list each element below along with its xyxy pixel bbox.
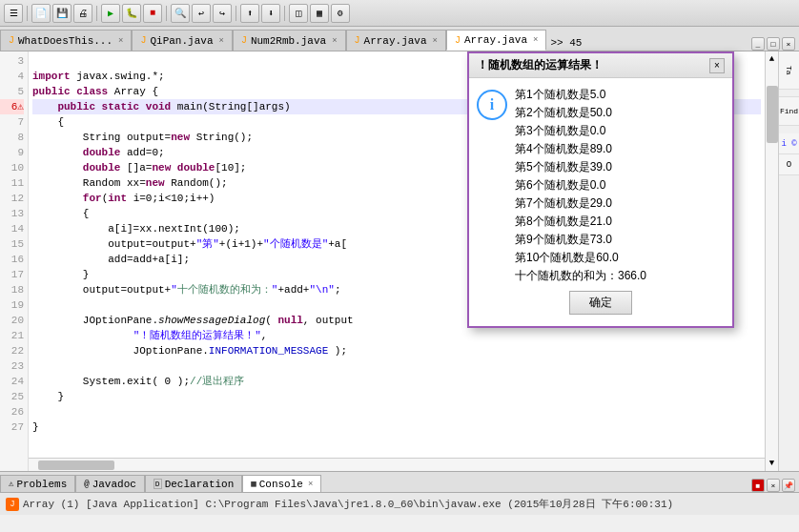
toolbar-back-btn[interactable]: ↩ [192, 4, 211, 23]
line-num-8: 8 [0, 130, 24, 145]
editor-close-btn[interactable]: × [782, 37, 795, 51]
line-num-17: 17 [0, 267, 24, 282]
tab-icon-array1: J [355, 35, 360, 46]
line-num-27: 27 [0, 419, 24, 435]
editor-maximize-btn[interactable]: □ [767, 37, 780, 51]
tab-qipan[interactable]: J QiPan.java × [132, 30, 232, 51]
result-9: 第9个随机数是73.0 [515, 231, 646, 248]
toolbar-save-btn[interactable]: 💾 [52, 4, 72, 23]
line-num-24: 24 [0, 374, 24, 389]
result-10: 第10个随机数是60.0 [515, 249, 646, 266]
line-num-20: 20 [0, 313, 24, 328]
line-num-11: 11 [0, 175, 24, 191]
result-4: 第4个随机数是89.0 [515, 140, 646, 157]
right-panel-outline-btn[interactable]: Ta [779, 51, 799, 90]
right-panel-info-btn[interactable]: i © [779, 133, 799, 154]
tab-console-close[interactable]: × [308, 480, 313, 489]
tab-console[interactable]: ▦ Console × [242, 475, 321, 492]
hscroll-thumb[interactable] [38, 460, 114, 470]
toolbar-new-btn[interactable]: 📄 [31, 4, 51, 23]
dialog-title: ！随机数组的运算结果！ [477, 57, 603, 73]
dialog-close-button[interactable]: × [709, 58, 725, 73]
dialog-button-row: 确定 [477, 285, 725, 318]
tab-label-qipan: QiPan.java [150, 35, 213, 47]
console-stop-btn[interactable]: ■ [751, 479, 765, 492]
code-line-27: } [32, 419, 761, 435]
tab-num2rmb[interactable]: J Num2Rmb.java × [233, 30, 346, 51]
tab-icon-whatdoesthis: J [9, 35, 14, 46]
line-num-5: 5 [0, 84, 24, 99]
problems-icon: ⚠ [9, 479, 13, 489]
toolbar-print-btn[interactable]: 🖨 [73, 4, 92, 23]
line-num-15: 15 [0, 236, 24, 252]
line-num-12: 12 [0, 191, 24, 206]
console-clear-btn[interactable]: × [767, 479, 780, 492]
code-line-22: JOptionPane.INFORMATION_MESSAGE ); [32, 343, 761, 358]
line-num-18: 18 [0, 282, 24, 297]
tab-whatdoesthis[interactable]: J WhatDoesThis... × [0, 30, 132, 51]
vscroll-down-btn[interactable]: ▼ [766, 456, 778, 471]
toolbar-next-btn[interactable]: ⬇ [261, 4, 280, 23]
horizontal-scrollbar[interactable] [29, 458, 765, 471]
tab-close-whatdoesthis[interactable]: × [118, 36, 123, 46]
toolbar-extra3-btn[interactable]: ⚙ [331, 4, 350, 23]
console-pin-btn[interactable]: 📌 [782, 479, 795, 492]
dialog-info-row: i 第1个随机数是5.0 第2个随机数是50.0 第3个随机数是0.0 第4个随… [477, 86, 725, 285]
code-line-26 [32, 404, 761, 419]
toolbar-forward-btn[interactable]: ↪ [213, 4, 232, 23]
tab-declaration-label: Declaration [165, 479, 235, 490]
status-text: Array (1) [Java Application] C:\Program … [23, 497, 673, 511]
tab-javadoc[interactable]: @ Javadoc [75, 475, 145, 492]
line-num-3: 3 [0, 53, 24, 69]
result-1: 第1个随机数是5.0 [515, 86, 646, 103]
vscroll-thumb[interactable] [767, 86, 778, 143]
line-num-4: 4 [0, 69, 24, 84]
toolbar-debug-btn[interactable]: 🐛 [122, 4, 141, 23]
tab-problems[interactable]: ⚠ Problems [0, 475, 75, 492]
tab-problems-label: Problems [16, 479, 67, 490]
vscroll-up-btn[interactable]: ▲ [766, 51, 778, 67]
dialog-info-icon: i [477, 90, 507, 120]
code-line-23 [32, 358, 761, 374]
toolbar-prev-btn[interactable]: ⬆ [240, 4, 259, 23]
right-panel-outline2-btn[interactable]: O [779, 154, 799, 175]
toolbar-stop-btn[interactable]: ■ [143, 4, 162, 23]
line-num-21: 21 [0, 328, 24, 343]
tab-close-array1[interactable]: × [433, 36, 438, 46]
dialog-ok-button[interactable]: 确定 [569, 291, 632, 315]
toolbar-run-btn[interactable]: ▶ [101, 4, 120, 23]
tab-array1[interactable]: J Array.java × [346, 30, 446, 51]
toolbar-extra1-btn[interactable]: ◫ [289, 4, 308, 23]
tab-overflow[interactable]: >> 45 [546, 35, 585, 51]
message-dialog: ！随机数组的运算结果！ × i 第1个随机数是5.0 第2个随机数是50.0 第… [467, 51, 734, 328]
code-line-21: "！随机数组的运算结果！", [32, 328, 761, 343]
tab-icon-qipan: J [140, 35, 146, 46]
editor-tab-bar: J WhatDoesThis... × J QiPan.java × J Num… [0, 27, 799, 51]
tab-label-array2: Array.java [464, 34, 527, 46]
tab-close-num2rmb[interactable]: × [332, 36, 337, 46]
line-num-6: 6⚠ [0, 99, 24, 114]
vertical-scrollbar[interactable]: ▲ ▼ [765, 51, 778, 471]
status-bar: J Array (1) [Java Application] C:\Progra… [0, 492, 799, 515]
editor-minimize-btn[interactable]: _ [751, 37, 765, 51]
tab-declaration[interactable]: D Declaration [145, 475, 242, 492]
tab-icon-array2: J [455, 35, 461, 46]
separator-4 [236, 6, 236, 21]
toolbar-extra2-btn[interactable]: ▦ [310, 4, 329, 23]
line-num-7: 7 [0, 114, 24, 130]
top-toolbar: ☰ 📄 💾 🖨 ▶ 🐛 ■ 🔍 ↩ ↪ ⬆ ⬇ ◫ ▦ ⚙ [0, 0, 799, 27]
line-num-13: 13 [0, 206, 24, 221]
right-panel-find-btn[interactable]: Find [779, 97, 799, 126]
status-java-icon: J [6, 498, 19, 511]
tab-array2[interactable]: J Array.java × [446, 30, 546, 51]
bottom-tab-bar: ⚠ Problems @ Javadoc D Declaration ▦ Con… [0, 471, 799, 492]
right-panel: Ta Find i © O [778, 51, 799, 471]
tab-close-qipan[interactable]: × [218, 36, 223, 46]
separator-1 [27, 6, 28, 21]
toolbar-search-btn[interactable]: 🔍 [171, 4, 190, 23]
result-sum: 十个随机数的和为：366.0 [515, 267, 646, 284]
result-7: 第7个随机数是29.0 [515, 194, 646, 212]
toolbar-menu-btn[interactable]: ☰ [4, 4, 23, 23]
line-num-23: 23 [0, 358, 24, 374]
tab-close-array2[interactable]: × [533, 35, 538, 45]
